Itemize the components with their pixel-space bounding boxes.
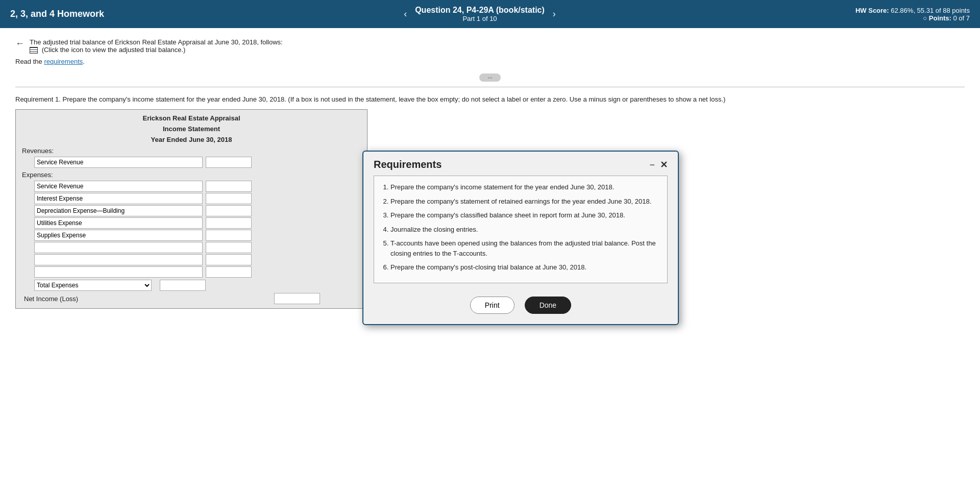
revenue-value-input[interactable] (206, 157, 252, 168)
requirements-link[interactable]: requirements (44, 58, 83, 65)
income-statement: Erickson Real Estate Appraisal Income St… (15, 109, 368, 309)
question-nav: ‹ Question 24, P4-29A (book/static) Part… (401, 6, 559, 22)
expense-label-2[interactable] (34, 205, 203, 216)
requirements-list: Prepare the company's income statement f… (390, 182, 659, 273)
expense-value-6[interactable] (206, 254, 252, 265)
intro-text-line1: The adjusted trial balance of Erickson R… (30, 38, 283, 46)
req-item-5: T-accounts have been opened using the ba… (390, 238, 659, 258)
revenue-row (19, 157, 364, 168)
requirement-text: Requirement 1. Prepare the company's inc… (15, 95, 965, 103)
question-sub: Part 1 of 10 (415, 15, 545, 22)
expense-value-5[interactable] (206, 242, 252, 253)
total-expenses-row: Total Expenses (19, 280, 364, 291)
expense-value-4[interactable] (206, 230, 252, 241)
hw-score-value: 62.86%, 55.31 of 88 points (891, 7, 970, 14)
net-income-row: Net Income (Loss) (22, 293, 364, 304)
expense-row-1 (19, 193, 364, 204)
read-text: Read the (15, 58, 44, 65)
requirements-modal: Requirements − ✕ Prepare the company's i… (362, 151, 679, 325)
net-income-label: Net Income (Loss) (24, 295, 203, 303)
expense-row-3 (19, 217, 364, 229)
is-period: Year Ended June 30, 2018 (19, 134, 364, 145)
is-title: Income Statement (19, 124, 364, 134)
expense-label-3[interactable] (34, 217, 203, 229)
revenues-label: Revenues: (19, 145, 364, 156)
intro-text-line2: (Click the icon to view the adjusted tri… (30, 46, 283, 54)
read-requirements-row: Read the requirements. (15, 58, 965, 65)
modal-close-button[interactable]: ✕ (660, 160, 668, 169)
modal-body: Prepare the company's income statement f… (363, 176, 678, 288)
points-label: Points: (929, 14, 951, 22)
print-button[interactable]: Print (470, 297, 514, 314)
done-button[interactable]: Done (525, 297, 571, 314)
total-expenses-value[interactable] (160, 280, 206, 291)
expense-row-4 (19, 230, 364, 241)
score-area: HW Score: 62.86%, 55.31 of 88 points ○ P… (855, 7, 970, 22)
is-company: Erickson Real Estate Appraisal (19, 113, 364, 124)
expense-value-3[interactable] (206, 217, 252, 229)
expense-label-0[interactable] (34, 181, 203, 192)
req-item-1: Prepare the company's income statement f… (390, 182, 659, 192)
expense-value-7[interactable] (206, 266, 252, 278)
table-icon[interactable] (30, 47, 38, 54)
divider (15, 87, 965, 87)
req-item-6: Prepare the company's post-closing trial… (390, 262, 659, 273)
modal-minimize-button[interactable]: − (649, 160, 655, 169)
modal-title-bar: Requirements − ✕ (363, 152, 678, 176)
expense-label-7[interactable] (34, 266, 203, 278)
intro-row: ← The adjusted trial balance of Erickson… (15, 38, 965, 54)
question-center: ‹ Question 24, P4-29A (book/static) Part… (401, 6, 559, 22)
hw-score-label: HW Score: (855, 7, 889, 14)
total-expenses-select[interactable]: Total Expenses (34, 280, 152, 291)
expense-row-2 (19, 205, 364, 216)
modal-controls: − ✕ (649, 160, 668, 169)
back-arrow[interactable]: ← (15, 38, 24, 49)
expense-row-5 (19, 242, 364, 253)
question-title: Question 24, P4-29A (book/static) (415, 6, 545, 15)
intro-click-text: (Click the icon to view the adjusted tri… (42, 46, 186, 54)
modal-title: Requirements (374, 159, 442, 170)
req-item-3: Prepare the company's classified balance… (390, 210, 659, 220)
expense-label-4[interactable] (34, 230, 203, 241)
expense-label-6[interactable] (34, 254, 203, 265)
expense-row-0 (19, 181, 364, 192)
intro-text: The adjusted trial balance of Erickson R… (30, 38, 283, 54)
requirements-box: Prepare the company's income statement f… (374, 176, 668, 283)
expense-value-2[interactable] (206, 205, 252, 216)
req-item-2: Prepare the company's statement of retai… (390, 196, 659, 207)
revenue-label-input[interactable] (34, 157, 203, 168)
expenses-label: Expenses: (19, 169, 364, 180)
main-content: ← The adjusted trial balance of Erickson… (0, 28, 980, 493)
expense-value-0[interactable] (206, 181, 252, 192)
top-bar: 2, 3, and 4 Homework ‹ Question 24, P4-2… (0, 0, 980, 28)
prev-question-button[interactable]: ‹ (401, 8, 410, 20)
modal-footer: Print Done (363, 288, 678, 324)
expense-label-1[interactable] (34, 193, 203, 204)
next-question-button[interactable]: › (550, 8, 559, 20)
expense-row-6 (19, 254, 364, 265)
req-item-4: Journalize the closing entries. (390, 225, 659, 235)
read-text-end: . (83, 58, 85, 65)
points-value: 0 of 7 (953, 14, 970, 22)
homework-title: 2, 3, and 4 Homework (10, 9, 104, 19)
expense-label-5[interactable] (34, 242, 203, 253)
net-income-value[interactable] (274, 293, 320, 304)
expense-value-1[interactable] (206, 193, 252, 204)
collapse-handle[interactable]: ··· (479, 73, 500, 82)
expense-row-7 (19, 266, 364, 278)
